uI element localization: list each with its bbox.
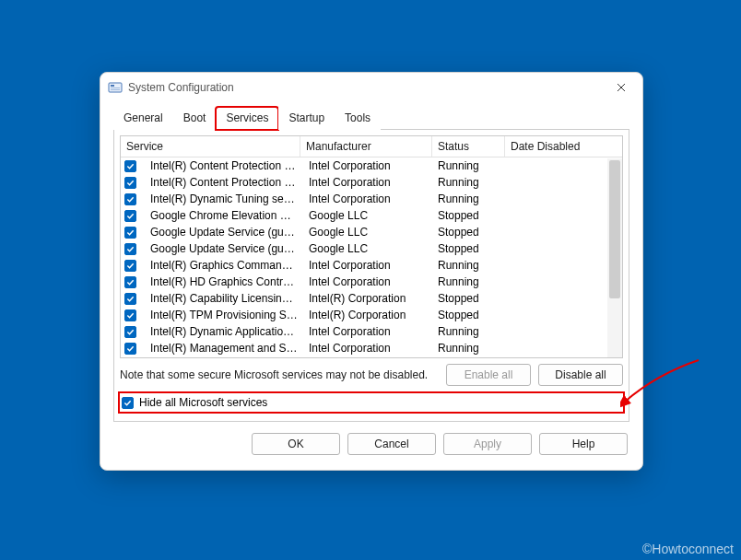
cancel-button[interactable]: Cancel [347, 433, 436, 455]
cell-service: Google Update Service (gupdate) [145, 225, 303, 239]
row-checkbox[interactable] [124, 326, 136, 338]
table-row[interactable]: Intel(R) Capability Licensing Ser...Inte… [121, 290, 622, 307]
cell-manufacturer: Intel Corporation [303, 175, 432, 190]
disable-all-button[interactable]: Disable all [538, 364, 623, 386]
tab-general[interactable]: General [113, 107, 173, 130]
cell-manufacturer: Intel(R) Corporation [303, 291, 432, 306]
cell-service: Intel(R) TPM Provisioning Service [145, 308, 303, 322]
cell-manufacturer: Intel Corporation [303, 192, 432, 206]
cell-date [502, 331, 606, 332]
row-checkbox[interactable] [124, 343, 136, 355]
cell-manufacturer: Google LLC [303, 241, 432, 256]
row-checkbox[interactable] [124, 293, 136, 305]
cell-status: Stopped [432, 208, 502, 223]
list-rows: Intel(R) Content Protection HEC...Intel … [121, 158, 622, 356]
tab-tools[interactable]: Tools [335, 107, 381, 130]
services-list[interactable]: Service Manufacturer Status Date Disable… [120, 135, 623, 358]
tab-services[interactable]: Services [216, 107, 278, 130]
row-checkbox[interactable] [124, 227, 136, 239]
cell-date [502, 198, 606, 200]
cell-status: Stopped [432, 225, 502, 239]
cell-date [502, 248, 606, 250]
cell-service: Intel(R) Dynamic Tuning service [145, 192, 303, 206]
dialog-body: General Boot Services Startup Tools Serv… [100, 102, 642, 470]
ok-button[interactable]: OK [252, 433, 340, 455]
titlebar: System Configuration [100, 73, 642, 102]
enable-all-button[interactable]: Enable all [446, 364, 531, 386]
cell-status: Running [432, 192, 502, 206]
cell-date [502, 281, 606, 283]
row-checkbox[interactable] [124, 243, 136, 255]
cell-service: Google Update Service (gupdatem) [145, 241, 303, 256]
watermark: ©Howtoconnect [642, 542, 734, 556]
row-checkbox[interactable] [124, 210, 136, 222]
row-checkbox[interactable] [124, 276, 136, 288]
cell-service: Intel(R) Content Protection HEC... [145, 158, 303, 173]
table-row[interactable]: Intel(R) Management and Securi...Intel C… [121, 340, 622, 356]
cell-service: Intel(R) Dynamic Application Loa... [145, 324, 303, 339]
table-row[interactable]: Intel(R) Dynamic Application Loa...Intel… [121, 323, 622, 340]
svg-rect-1 [111, 85, 114, 87]
hide-ms-checkbox[interactable] [122, 397, 134, 409]
cell-status: Running [432, 258, 502, 273]
cell-status: Running [432, 158, 502, 173]
cell-date [502, 314, 606, 316]
tab-boot[interactable]: Boot [173, 107, 217, 130]
cell-status: Running [432, 175, 502, 190]
cell-status: Running [432, 274, 502, 289]
table-row[interactable]: Intel(R) Content Protection HDC...Intel … [121, 174, 622, 191]
cell-status: Stopped [432, 291, 502, 306]
cell-manufacturer: Intel Corporation [303, 341, 432, 356]
row-checkbox[interactable] [124, 160, 136, 172]
table-row[interactable]: Google Chrome Elevation Servic...Google … [121, 207, 622, 224]
cell-date [502, 347, 606, 349]
hide-ms-services-row[interactable]: Hide all Microsoft services [120, 393, 623, 412]
cell-date [502, 215, 606, 216]
col-service[interactable]: Service [121, 136, 300, 157]
cell-manufacturer: Intel Corporation [303, 324, 432, 339]
scroll-thumb[interactable] [609, 160, 620, 298]
svg-rect-2 [111, 88, 120, 88]
cell-date [502, 181, 606, 183]
cell-status: Stopped [432, 308, 502, 322]
cell-manufacturer: Google LLC [303, 225, 432, 239]
row-checkbox[interactable] [124, 260, 136, 272]
dialog-buttons: OK Cancel Apply Help [113, 422, 629, 457]
table-row[interactable]: Intel(R) TPM Provisioning ServiceIntel(R… [121, 307, 622, 323]
help-button[interactable]: Help [539, 433, 628, 455]
cell-date [502, 165, 606, 167]
svg-rect-3 [111, 89, 120, 90]
apply-button[interactable]: Apply [443, 433, 532, 455]
cell-service: Intel(R) HD Graphics Control Pa... [145, 274, 303, 289]
col-date-disabled[interactable]: Date Disabled [505, 136, 619, 157]
table-row[interactable]: Intel(R) Content Protection HEC...Intel … [121, 158, 622, 174]
row-checkbox[interactable] [124, 193, 136, 205]
tab-strip: General Boot Services Startup Tools [113, 106, 629, 130]
cell-service: Intel(R) Capability Licensing Ser... [145, 291, 303, 306]
app-icon [108, 80, 123, 95]
tab-startup[interactable]: Startup [278, 107, 335, 130]
table-row[interactable]: Google Update Service (gupdate)Google LL… [121, 224, 622, 240]
note-row: Note that some secure Microsoft services… [120, 364, 623, 386]
cell-manufacturer: Google LLC [303, 208, 432, 223]
row-checkbox[interactable] [124, 309, 136, 321]
table-row[interactable]: Google Update Service (gupdatem)Google L… [121, 240, 622, 257]
cell-service: Intel(R) Management and Securi... [145, 341, 303, 356]
table-row[interactable]: Intel(R) HD Graphics Control Pa...Intel … [121, 274, 622, 290]
cell-status: Running [432, 324, 502, 339]
services-pane: Service Manufacturer Status Date Disable… [113, 130, 629, 422]
cell-date [502, 264, 606, 266]
row-checkbox[interactable] [124, 177, 136, 189]
col-manufacturer[interactable]: Manufacturer [300, 136, 432, 157]
cell-manufacturer: Intel Corporation [303, 158, 432, 173]
close-button[interactable] [607, 75, 635, 100]
cell-date [502, 298, 606, 299]
hide-ms-label: Hide all Microsoft services [139, 396, 267, 409]
cell-manufacturer: Intel Corporation [303, 274, 432, 289]
disable-note: Note that some secure Microsoft services… [120, 368, 439, 381]
table-row[interactable]: Intel(R) Graphics Command Cen...Intel Co… [121, 257, 622, 274]
scrollbar[interactable] [607, 158, 622, 357]
table-row[interactable]: Intel(R) Dynamic Tuning serviceIntel Cor… [121, 191, 622, 207]
col-status[interactable]: Status [432, 136, 505, 157]
cell-status: Running [432, 341, 502, 356]
